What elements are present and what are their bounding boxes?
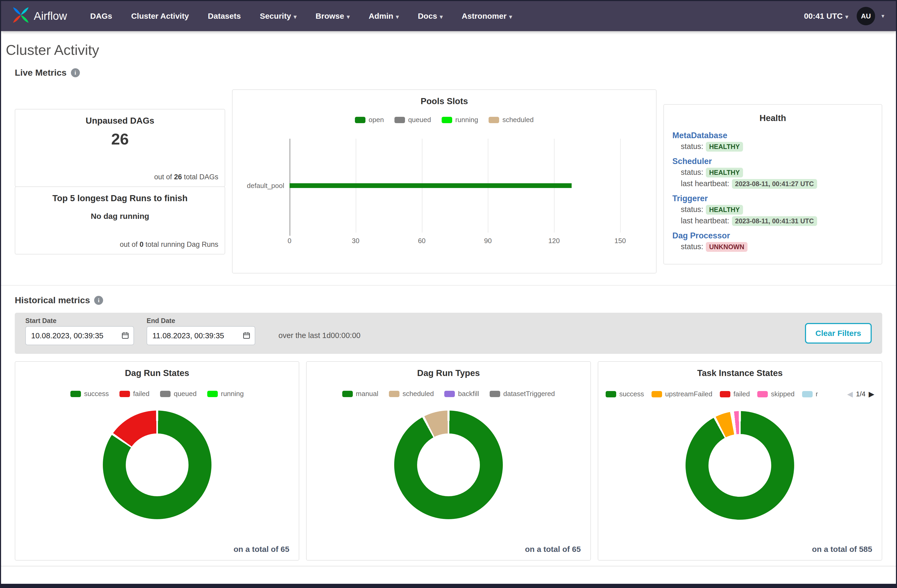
health-component: Schedulerstatus:HEALTHYlast heartbeat:20… xyxy=(672,156,873,189)
health-component-link[interactable]: Triggerer xyxy=(672,194,708,203)
nav-item-astronomer[interactable]: Astronomer▾ xyxy=(462,12,512,21)
info-icon[interactable]: i xyxy=(71,68,80,77)
start-date-group: Start Date xyxy=(25,317,134,345)
health-component-link[interactable]: Scheduler xyxy=(672,157,712,166)
heartbeat-label: last heartbeat: xyxy=(681,179,729,188)
legend-swatch xyxy=(207,391,218,397)
health-card: Health MetaDatabasestatus:HEALTHYSchedul… xyxy=(663,104,882,265)
health-status-label: status: xyxy=(681,142,703,150)
nav-item-datasets[interactable]: Datasets xyxy=(208,12,241,21)
navbar: Airflow DAGsCluster ActivityDatasetsSecu… xyxy=(1,1,896,31)
heartbeat-badge: 2023-08-11, 00:41:27 UTC xyxy=(732,179,817,189)
total-suffix: total DAGs xyxy=(184,173,218,181)
legend-label: failed xyxy=(133,390,150,398)
clear-filters-button[interactable]: Clear Filters xyxy=(805,323,872,344)
nav-item-cluster-activity[interactable]: Cluster Activity xyxy=(131,12,189,21)
legend-item[interactable]: success xyxy=(606,390,644,398)
health-component-link[interactable]: Dag Processor xyxy=(672,231,730,240)
date-filter-bar: Start Date End Date xyxy=(15,313,882,354)
paginator-prev-icon[interactable]: ◀ xyxy=(847,390,853,398)
end-date-label: End Date xyxy=(147,317,255,325)
legend-label: success xyxy=(84,390,109,398)
legend-item[interactable]: datasetTriggered xyxy=(490,390,555,398)
legend-swatch xyxy=(802,391,813,397)
pool-bar[interactable] xyxy=(289,183,572,188)
legend-swatch xyxy=(444,391,455,397)
axis-tick-label: 150 xyxy=(614,237,626,245)
legend-label: skipped xyxy=(771,390,795,398)
axis-tick-label: 90 xyxy=(484,237,492,245)
gridline xyxy=(620,139,621,233)
nav-item-browse[interactable]: Browse▾ xyxy=(315,12,350,21)
donut-chart[interactable] xyxy=(394,410,503,519)
donut-chart[interactable] xyxy=(103,410,211,519)
nav-item-security[interactable]: Security▾ xyxy=(260,12,296,21)
no-dag-running-message: No dag running xyxy=(21,212,218,221)
status-badge: HEALTHY xyxy=(706,142,743,152)
legend-swatch xyxy=(720,391,730,397)
calendar-icon[interactable] xyxy=(243,331,251,341)
legend-item[interactable]: open xyxy=(355,116,384,124)
legend-item[interactable]: r xyxy=(802,390,818,398)
legend-label: r xyxy=(816,390,818,398)
timezone-selector[interactable]: 00:41 UTC▾ xyxy=(804,12,848,21)
health-title: Health xyxy=(672,113,873,123)
health-status-label: status: xyxy=(681,242,703,251)
brand-name: Airflow xyxy=(34,10,67,22)
axis-tick-label: 0 xyxy=(288,237,291,245)
axis-row-label: default_pool xyxy=(247,182,284,190)
pools-legend: openqueuedrunningscheduled xyxy=(239,116,650,124)
legend-item[interactable]: failed xyxy=(119,390,150,398)
health-component-link[interactable]: MetaDatabase xyxy=(672,131,727,140)
legend-item[interactable]: scheduled xyxy=(389,390,434,398)
legend-item[interactable]: manual xyxy=(342,390,378,398)
legend-item[interactable]: running xyxy=(442,116,478,124)
chevron-down-icon: ▾ xyxy=(294,14,297,20)
nav-item-dags[interactable]: DAGs xyxy=(90,12,112,21)
pools-y-axis-labels: default_pool xyxy=(239,139,289,233)
nav-item-admin[interactable]: Admin▾ xyxy=(369,12,399,21)
pools-slots-card: Pools Slots openqueuedrunningscheduled d… xyxy=(232,89,657,273)
paginator-next-icon[interactable]: ▶ xyxy=(868,390,874,398)
donut-chart[interactable] xyxy=(686,411,794,520)
pools-bar-chart: default_pool xyxy=(239,139,620,233)
pools-plot-area xyxy=(289,139,620,233)
legend-label: success xyxy=(619,390,644,398)
chart-total: on a total of 65 xyxy=(525,545,581,554)
total-prefix: out of xyxy=(120,240,138,248)
health-list: MetaDatabasestatus:HEALTHYSchedulerstatu… xyxy=(672,130,873,252)
legend-item[interactable]: success xyxy=(70,390,109,398)
legend-item[interactable]: backfill xyxy=(444,390,479,398)
airflow-window: Airflow DAGsCluster ActivityDatasetsSecu… xyxy=(0,0,897,588)
calendar-icon[interactable] xyxy=(121,331,129,341)
main-content: Cluster Activity Live Metrics i Unpaused… xyxy=(1,42,896,567)
legend-swatch xyxy=(652,391,662,397)
chart-total: on a total of 65 xyxy=(234,545,289,554)
info-icon[interactable]: i xyxy=(94,296,103,305)
chart-title: Dag Run Types xyxy=(313,368,584,378)
legend-item[interactable]: scheduled xyxy=(488,116,534,124)
end-date-input[interactable] xyxy=(147,326,255,345)
legend-item[interactable]: failed xyxy=(720,390,750,398)
legend-label: scheduled xyxy=(403,390,434,398)
legend-swatch xyxy=(395,117,405,123)
legend-swatch xyxy=(488,117,499,123)
nav-item-docs[interactable]: Docs▾ xyxy=(418,12,443,21)
legend-item[interactable]: queued xyxy=(160,390,197,398)
nav-items: DAGsCluster ActivityDatasetsSecurity▾Bro… xyxy=(90,12,512,21)
unpaused-dags-total: out of 26 total DAGs xyxy=(154,173,218,181)
legend-item[interactable]: running xyxy=(207,390,244,398)
total-suffix: total running Dag Runs xyxy=(145,240,218,248)
chevron-down-icon: ▾ xyxy=(882,13,884,20)
running-dag-runs-total: out of 0 total running Dag Runs xyxy=(120,240,218,249)
legend-item[interactable]: upstreamFailed xyxy=(652,390,712,398)
historical-charts: Dag Run Statessuccessfailedqueuedrunning… xyxy=(15,361,882,560)
legend-item[interactable]: queued xyxy=(395,116,431,124)
legend-label: backfill xyxy=(458,390,479,398)
start-date-input[interactable] xyxy=(25,326,134,345)
legend-swatch xyxy=(342,391,353,397)
user-menu[interactable]: AU ▾ xyxy=(857,7,884,25)
airflow-brand[interactable]: Airflow xyxy=(13,7,67,25)
legend-swatch xyxy=(606,391,616,397)
legend-item[interactable]: skipped xyxy=(757,390,795,398)
